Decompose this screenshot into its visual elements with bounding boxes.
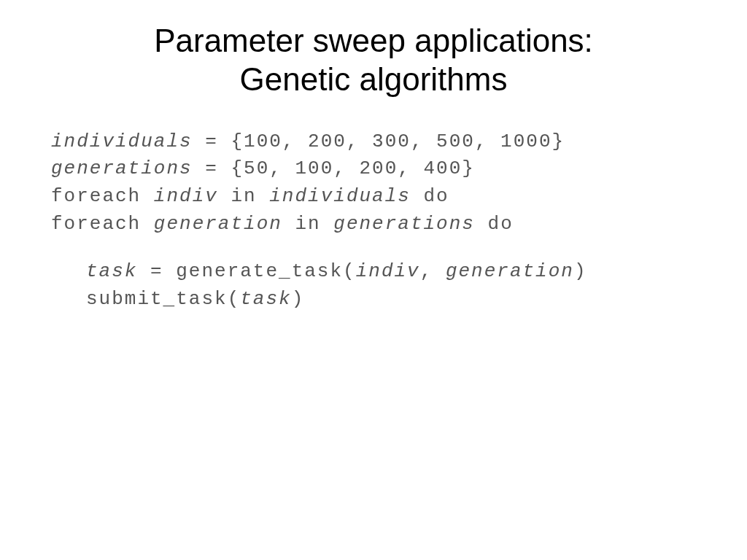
individuals-values: = {100, 200, 300, 500, 1000} [193,131,565,152]
close-paren-2: ) [292,288,305,310]
in-keyword-2: in [282,213,333,235]
var-individuals-ref: individuals [269,185,411,207]
foreach-keyword-2: foreach [51,213,154,235]
title-line-1: Parameter sweep applications: [154,23,593,58]
var-indiv: indiv [154,185,218,207]
pseudocode-block: individuals = {100, 200, 300, 500, 1000}… [51,128,696,314]
do-keyword-2: do [475,213,514,235]
arg-generation: generation [446,260,574,282]
var-generations-ref: generations [333,213,475,235]
code-line-submit: submit_task(task) [86,286,696,314]
code-line-generations: generations = {50, 100, 200, 400} [51,155,696,183]
in-keyword-1: in [218,185,269,207]
generate-task-call: = generate_task( [137,260,355,282]
slide-title: Parameter sweep applications: Genetic al… [51,22,696,99]
close-paren-1: ) [574,260,587,282]
submit-task-call: submit_task( [86,288,240,310]
var-individuals: individuals [51,131,193,152]
slide-content: Parameter sweep applications: Genetic al… [0,0,747,343]
do-keyword-1: do [411,185,449,207]
var-task: task [86,260,137,282]
arg-indiv: indiv [356,260,420,282]
generations-values: = {50, 100, 200, 400} [193,158,475,179]
var-generations: generations [51,158,193,179]
comma: , [420,260,446,282]
foreach-keyword-1: foreach [51,185,154,207]
code-line-foreach-2: foreach generation in generations do [51,211,696,238]
title-line-2: Genetic algorithms [240,61,508,97]
arg-task: task [240,288,291,310]
code-line-individuals: individuals = {100, 200, 300, 500, 1000} [51,128,696,156]
code-line-task: task = generate_task(indiv, generation) [86,258,696,286]
code-indent-block: task = generate_task(indiv, generation) … [51,258,696,313]
code-line-foreach-1: foreach indiv in individuals do [51,183,696,211]
var-generation: generation [154,213,282,235]
